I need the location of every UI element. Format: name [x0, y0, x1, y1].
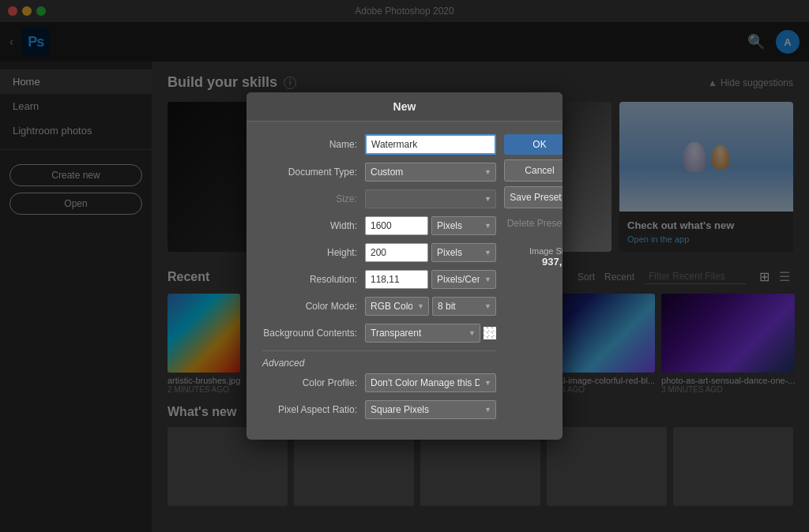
bit-depth-select[interactable]: 8 bit — [432, 297, 496, 316]
bg-contents-label: Background Contents: — [262, 328, 365, 339]
image-size-label: Image Size: — [504, 246, 563, 256]
width-input-wrap: Pixels — [365, 216, 496, 235]
pixel-aspect-select-wrapper: Square Pixels — [365, 400, 496, 419]
bg-contents-select-wrapper: Transparent — [365, 324, 480, 343]
dialog-layout: Name: Document Type: Custom — [262, 134, 547, 427]
height-row: Height: Pixels — [262, 243, 496, 262]
resolution-unit-wrapper: Pixels/Centimeter — [431, 270, 496, 289]
image-size-info: Image Size: 937,5K — [504, 238, 563, 268]
dialog-fields: Name: Document Type: Custom — [262, 134, 496, 427]
new-document-dialog: New Name: Document Type: Custom — [246, 92, 563, 440]
bg-contents-select[interactable]: Transparent — [365, 324, 480, 343]
resolution-label: Resolution: — [262, 274, 365, 285]
color-profile-select-wrapper: Don't Color Manage this Document — [365, 373, 496, 392]
width-row: Width: Pixels — [262, 216, 496, 235]
pixel-aspect-label: Pixel Aspect Ratio: — [262, 404, 365, 415]
color-profile-row: Color Profile: Don't Color Manage this D… — [262, 373, 496, 392]
dialog-title: New — [246, 92, 563, 122]
dialog-body: Name: Document Type: Custom — [246, 122, 563, 440]
advanced-section: Advanced Color Profile: Don't Color Mana… — [262, 350, 496, 419]
doc-type-select-wrapper: Custom — [365, 163, 496, 182]
height-input-wrap: Pixels — [365, 243, 496, 262]
height-unit-select[interactable]: Pixels — [431, 243, 496, 262]
color-profile-label: Color Profile: — [262, 377, 365, 388]
height-unit-wrapper: Pixels — [431, 243, 496, 262]
delete-preset-button[interactable]: Delete Preset... — [504, 213, 563, 234]
doc-type-label: Document Type: — [262, 167, 365, 178]
size-label: Size: — [262, 193, 365, 204]
cancel-button[interactable]: Cancel — [504, 159, 563, 182]
color-profile-select[interactable]: Don't Color Manage this Document — [365, 373, 496, 392]
pixel-aspect-select[interactable]: Square Pixels — [365, 400, 496, 419]
color-mode-select-wrapper: RGB Color — [365, 297, 429, 316]
color-mode-select[interactable]: RGB Color — [365, 297, 429, 316]
ok-button[interactable]: OK — [504, 134, 563, 155]
advanced-label: Advanced — [262, 358, 496, 369]
color-mode-label: Color Mode: — [262, 301, 365, 312]
name-input[interactable] — [365, 134, 496, 155]
resolution-input[interactable] — [365, 270, 428, 289]
width-input[interactable] — [365, 216, 428, 235]
save-preset-button[interactable]: Save Preset... — [504, 186, 563, 208]
name-row: Name: — [262, 134, 496, 155]
bg-contents-row: Background Contents: Transparent — [262, 324, 496, 343]
resolution-unit-select[interactable]: Pixels/Centimeter — [431, 270, 496, 289]
size-row: Size: — [262, 189, 496, 208]
bit-depth-select-wrapper: 8 bit — [432, 297, 496, 316]
resolution-input-wrap: Pixels/Centimeter — [365, 270, 496, 289]
width-unit-select[interactable]: Pixels — [431, 216, 496, 235]
resolution-row: Resolution: Pixels/Centimeter — [262, 270, 496, 289]
doc-type-row: Document Type: Custom — [262, 163, 496, 182]
image-size-value: 937,5K — [504, 256, 563, 268]
doc-type-select[interactable]: Custom — [365, 163, 496, 182]
color-mode-row: Color Mode: RGB Color 8 bit — [262, 297, 496, 316]
dialog-overlay: New Name: Document Type: Custom — [0, 0, 809, 532]
height-input[interactable] — [365, 243, 428, 262]
name-label: Name: — [262, 139, 365, 150]
width-unit-wrapper: Pixels — [431, 216, 496, 235]
dialog-buttons: OK Cancel Save Preset... Delete Preset..… — [504, 134, 563, 427]
transparent-preview — [484, 327, 496, 339]
height-label: Height: — [262, 247, 365, 258]
width-label: Width: — [262, 220, 365, 231]
color-mode-selects: RGB Color 8 bit — [365, 297, 496, 316]
size-select-wrapper — [365, 189, 496, 208]
bg-contents-wrap: Transparent — [365, 324, 496, 343]
size-select[interactable] — [365, 189, 496, 208]
pixel-aspect-row: Pixel Aspect Ratio: Square Pixels — [262, 400, 496, 419]
